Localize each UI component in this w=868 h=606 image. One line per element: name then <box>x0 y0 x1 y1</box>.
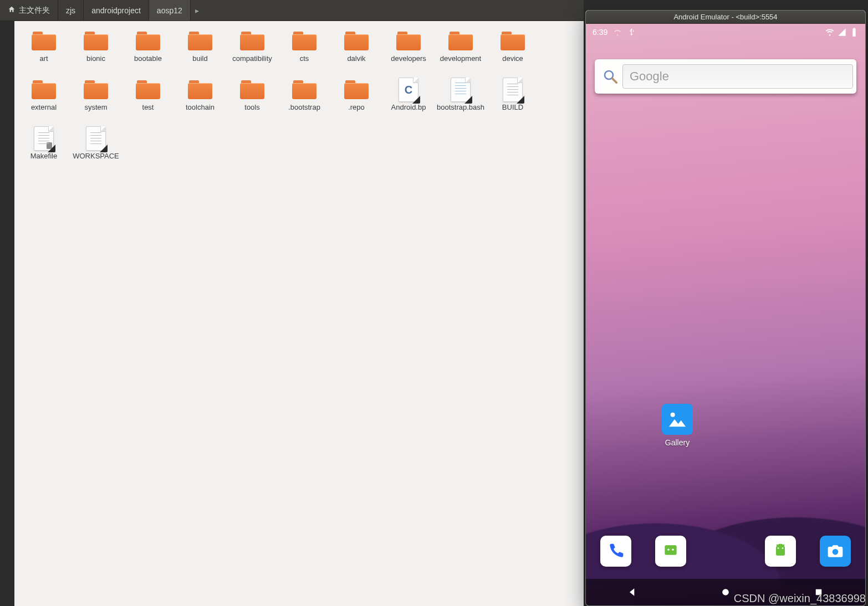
svg-point-8 <box>782 547 784 549</box>
dock-phone[interactable] <box>600 536 631 567</box>
file-icon <box>503 78 523 102</box>
item-label: cts <box>300 54 309 72</box>
gallery-icon <box>662 404 693 435</box>
folder--bootstrap[interactable]: .bootstrap <box>278 79 330 121</box>
emulator-window: Android Emulator - <build>:5554 6:39 <box>585 10 866 606</box>
breadcrumb-label: 主文件夹 <box>19 6 50 16</box>
status-bar: 6:39 <box>586 24 865 40</box>
folder-icon <box>188 32 212 50</box>
item-label: device <box>502 54 523 72</box>
file-workspace[interactable]: WORKSPACE <box>70 127 122 170</box>
breadcrumb-aosp12[interactable]: aosp12 <box>149 0 191 20</box>
item-label: compatibility <box>232 54 272 72</box>
svg-point-3 <box>671 413 675 417</box>
folder-system[interactable]: system <box>70 79 122 121</box>
item-label: BUILD <box>502 103 523 121</box>
folder-developers[interactable]: developers <box>382 30 435 72</box>
file-build[interactable]: BUILD <box>487 79 539 121</box>
item-label: system <box>84 103 107 121</box>
svg-point-5 <box>667 549 669 551</box>
svg-point-11 <box>833 549 839 555</box>
wifi-off-icon <box>613 28 622 37</box>
home-icon <box>8 6 19 15</box>
signal-icon <box>838 28 846 37</box>
folder-bootable[interactable]: bootable <box>122 30 174 72</box>
item-label: .bootstrap <box>288 103 320 121</box>
dock-spacer <box>710 536 741 574</box>
folder-icon <box>448 32 473 50</box>
folder-device[interactable]: device <box>487 30 539 72</box>
folder-icon <box>292 80 316 99</box>
emulator-titlebar[interactable]: Android Emulator - <build>:5554 <box>586 11 865 24</box>
dock-messages[interactable] <box>655 536 686 567</box>
search-input[interactable]: Google <box>622 64 853 89</box>
file-icon <box>451 78 471 102</box>
breadcrumb-bar: 主文件夹 zjs androidproject aosp12 ▸ <box>0 0 584 21</box>
phone-screen[interactable]: 6:39 <box>586 24 865 605</box>
folder--repo[interactable]: .repo <box>330 79 382 121</box>
folder-dalvik[interactable]: dalvik <box>330 30 382 72</box>
google-search-widget[interactable]: Google <box>595 59 856 94</box>
folder-compatibility[interactable]: compatibility <box>226 30 278 72</box>
folder-icon <box>240 80 264 99</box>
folder-icon <box>188 80 212 99</box>
item-label: tools <box>244 103 259 121</box>
file-grid[interactable]: artbionicbootablebuildcompatibilityctsda… <box>14 21 584 606</box>
folder-cts[interactable]: cts <box>278 30 330 72</box>
folder-art[interactable]: art <box>18 30 70 72</box>
svg-rect-2 <box>666 408 688 430</box>
item-label: test <box>142 103 154 121</box>
breadcrumb-label: aosp12 <box>157 6 182 15</box>
folder-toolchain[interactable]: toolchain <box>174 79 226 121</box>
item-label: .repo <box>348 103 365 121</box>
search-icon <box>598 64 622 89</box>
item-label: bootable <box>134 54 162 72</box>
file-bootstrap-bash[interactable]: bootstrap.bash <box>435 79 487 121</box>
item-label: external <box>31 103 57 121</box>
folder-tools[interactable]: tools <box>226 79 278 121</box>
dock-apps[interactable] <box>765 536 796 567</box>
dock-camera[interactable] <box>820 536 851 567</box>
breadcrumb-androidproject[interactable]: androidproject <box>84 0 149 20</box>
file-icon <box>399 78 418 102</box>
item-label: bootstrap.bash <box>437 103 484 121</box>
item-label: Android.bp <box>391 103 426 121</box>
folder-bionic[interactable]: bionic <box>70 30 122 72</box>
folder-icon <box>136 32 160 50</box>
svg-point-12 <box>722 589 729 595</box>
file-manager-window: 主文件夹 zjs androidproject aosp12 ▸ artbion… <box>0 0 584 606</box>
breadcrumb-home[interactable]: 主文件夹 <box>0 0 58 20</box>
folder-external[interactable]: external <box>18 79 70 121</box>
breadcrumb-zjs[interactable]: zjs <box>58 0 84 20</box>
file-android-bp[interactable]: Android.bp <box>382 79 435 121</box>
breadcrumb-expand-icon[interactable]: ▸ <box>191 0 203 20</box>
file-makefile[interactable]: Makefile <box>18 127 70 170</box>
folder-icon <box>240 32 264 50</box>
usb-icon <box>627 28 636 37</box>
item-label: developers <box>391 54 426 72</box>
home-app-gallery[interactable]: Gallery <box>658 404 697 447</box>
item-label: development <box>440 54 481 72</box>
nav-back-button[interactable] <box>625 585 640 599</box>
nav-home-button[interactable] <box>718 585 733 599</box>
app-label: Gallery <box>665 438 690 447</box>
status-time: 6:39 <box>593 28 607 37</box>
item-label: WORKSPACE <box>73 152 119 170</box>
folder-icon <box>136 80 160 99</box>
search-placeholder: Google <box>630 69 669 84</box>
folder-test[interactable]: test <box>122 79 174 121</box>
folder-icon <box>501 32 525 50</box>
folder-icon <box>396 32 421 50</box>
item-label: bionic <box>86 54 105 72</box>
item-label: Makefile <box>30 152 57 170</box>
folder-icon <box>292 32 316 50</box>
folder-icon <box>84 32 108 50</box>
svg-point-7 <box>778 547 779 549</box>
folder-icon <box>32 32 56 50</box>
folder-build[interactable]: build <box>174 30 226 72</box>
breadcrumb-label: zjs <box>66 6 75 15</box>
item-label: toolchain <box>186 103 215 121</box>
fm-left-stripe <box>0 21 14 606</box>
folder-development[interactable]: development <box>435 30 487 72</box>
dock <box>586 536 865 574</box>
